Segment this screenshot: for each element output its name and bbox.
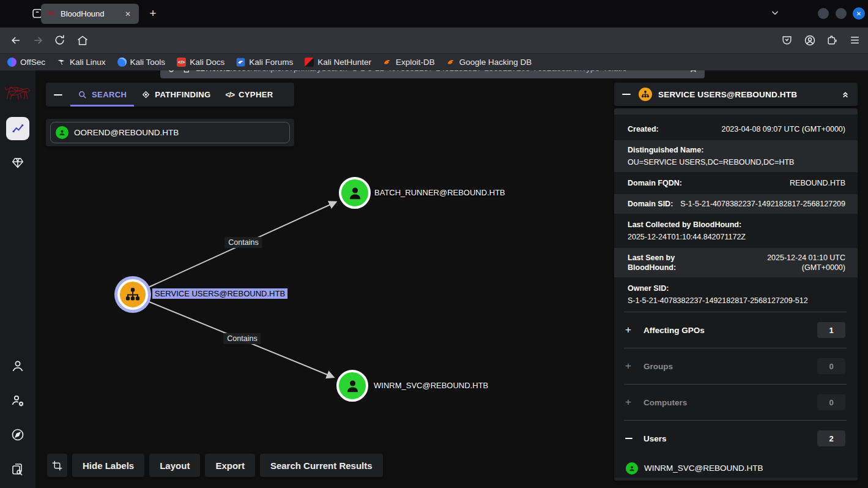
user-list-item-batch-runner[interactable]: BATCH_RUNNER@REBOUND.HTB (614, 478, 858, 481)
user-silhouette-icon (347, 185, 363, 201)
crop-icon (52, 460, 62, 471)
section-affecting-gpos[interactable]: + Affecting GPOs 1 (624, 312, 847, 348)
graph-toolbar: Hide Labels Layout Export Search Current… (47, 454, 383, 477)
field-domain-sid: Domain SID: S-1-5-21-4078382237-14921828… (614, 194, 858, 214)
kali-tools-icon (117, 58, 127, 67)
graph-node-service-users[interactable] (117, 279, 148, 310)
tab-close-icon[interactable]: ✕ (122, 9, 133, 20)
exploit-db-bird-icon (383, 58, 392, 67)
pocket-shield-icon[interactable] (781, 34, 793, 46)
home-icon[interactable] (76, 34, 89, 47)
section-groups[interactable]: + Groups 0 (624, 348, 847, 384)
gem-icon (10, 156, 25, 170)
bloodhound-logo (4, 84, 31, 103)
graph-node-winrm-svc[interactable] (336, 370, 368, 402)
section-computers[interactable]: + Computers 0 (624, 384, 847, 420)
bookmark-label: Exploit-DB (396, 58, 435, 67)
search-panel-tabs: SEARCH PATHFINDING </> CYPHER (46, 83, 294, 107)
plus-icon: + (625, 324, 639, 336)
bookmark-kali-tools[interactable]: Kali Tools (117, 58, 166, 67)
tab-label: PATHFINDING (155, 90, 210, 99)
bookmark-offsec[interactable]: OffSec (7, 58, 45, 67)
section-users[interactable]: Users 2 (624, 420, 847, 456)
docs-search-icon (10, 462, 25, 476)
user-list-item-winrm-svc[interactable]: WINRM_SVC@REBOUND.HTB (614, 459, 858, 478)
menu-hamburger-icon[interactable] (849, 34, 861, 46)
plus-icon: + (625, 360, 639, 372)
edge-label-contains-1[interactable]: Contains (224, 237, 262, 248)
field-value: S-1-5-21-4078382237-1492182817-256812720… (628, 296, 845, 306)
account-icon[interactable] (804, 34, 816, 47)
tab-label: CYPHER (239, 90, 273, 99)
sidebar-item-explore[interactable] (6, 117, 29, 140)
offsec-icon (7, 58, 17, 67)
back-icon[interactable] (10, 34, 22, 47)
sequential-layout-crop-button[interactable] (47, 454, 67, 477)
kali-dragon-icon (57, 58, 66, 67)
node-label-batch-runner[interactable]: BATCH_RUNNER@REBOUND.HTB (374, 188, 505, 197)
double-chevron-up-icon[interactable] (840, 89, 850, 99)
section-count-badge: 2 (817, 430, 845, 446)
sidebar-item-profile[interactable] (10, 359, 25, 374)
list-all-tabs-icon[interactable] (770, 7, 781, 18)
collapse-entity-panel-button[interactable] (614, 94, 639, 95)
graph-node-batch-runner[interactable] (339, 177, 371, 209)
search-input[interactable]: OOREND@REBOUND.HTB (50, 122, 290, 143)
user-type-icon (626, 462, 638, 475)
tab-search[interactable]: SEARCH (70, 83, 134, 107)
search-current-results-button[interactable]: Search Current Results (260, 454, 383, 477)
field-value: 2023-04-08 09:07 UTC (GMT+0000) (721, 124, 845, 134)
bookmark-kali-forums[interactable]: Kali Forums (236, 58, 293, 67)
node-label-winrm-svc[interactable]: WINRM_SVC@REBOUND.HTB (374, 381, 488, 390)
minus-icon (625, 438, 639, 439)
minus-icon (54, 94, 62, 96)
sidebar-item-api-explorer[interactable] (10, 427, 25, 442)
field-value: OU=SERVICE USERS,DC=REBOUND,DC=HTB (628, 157, 845, 167)
sidebar-item-group-management[interactable] (10, 156, 25, 170)
extensions-puzzle-icon[interactable] (826, 34, 838, 46)
browser-tab[interactable]: BloodHound ✕ (41, 4, 139, 24)
layout-button[interactable]: Layout (149, 454, 200, 477)
person-gear-icon (10, 393, 25, 408)
tab-pathfinding[interactable]: PATHFINDING (134, 83, 218, 107)
bookmark-label: Kali NetHunter (317, 58, 371, 67)
bookmark-label: Google Hacking DB (459, 58, 532, 67)
field-value: REBOUND.HTB (790, 178, 845, 188)
bookmark-kali-nethunter[interactable]: Kali NetHunter (305, 58, 371, 67)
scrolled-row-sliver (614, 108, 858, 114)
bookmark-google-hacking-db[interactable]: Google Hacking DB (447, 58, 532, 67)
hide-labels-button[interactable]: Hide Labels (72, 454, 144, 477)
export-button[interactable]: Export (205, 454, 255, 477)
ou-sitemap-icon (125, 287, 141, 302)
window-close-button[interactable]: ✕ (853, 7, 865, 20)
bookmark-kali-linux[interactable]: Kali Linux (57, 58, 106, 67)
tab-cypher[interactable]: </> CYPHER (218, 83, 281, 107)
field-label: Last Seen by BloodHound: (628, 253, 721, 272)
bloodhound-sidebar (0, 70, 35, 488)
field-label: Last Collected by BloodHound: (628, 220, 845, 230)
entity-panel-title: SERVICE USERS@REBOUND.HTB (658, 90, 797, 99)
kali-nethunter-icon (305, 58, 314, 67)
sidebar-item-file-ingest[interactable] (10, 462, 25, 476)
bookmark-label: Kali Forums (249, 58, 293, 67)
new-tab-button[interactable]: + (144, 5, 161, 22)
field-value: S-1-5-21-4078382237-1492182817-256812720… (680, 199, 845, 209)
window-minimize-button[interactable] (818, 8, 829, 19)
sidebar-item-administration[interactable] (10, 393, 25, 408)
collapse-search-panel-button[interactable] (46, 94, 70, 96)
code-icon: </> (226, 91, 234, 99)
reload-icon[interactable] (54, 34, 65, 46)
user-list-label: WINRM_SVC@REBOUND.HTB (644, 464, 763, 473)
bloodhound-favicon (46, 10, 56, 17)
person-icon (10, 359, 25, 374)
section-label: Computers (644, 398, 687, 407)
bookmark-exploit-db[interactable]: Exploit-DB (383, 58, 435, 67)
window-maximize-button[interactable] (836, 8, 847, 19)
edge-label-contains-2[interactable]: Contains (223, 333, 261, 344)
node-label-service-users[interactable]: SERVICE USERS@REBOUND.HTB (152, 288, 287, 299)
tab-label: SEARCH (92, 90, 127, 99)
bookmark-label: Kali Tools (130, 58, 166, 67)
forward-icon[interactable] (32, 34, 44, 47)
user-silhouette-icon (344, 378, 361, 394)
bookmark-kali-docs[interactable]: </> Kali Docs (177, 58, 224, 67)
